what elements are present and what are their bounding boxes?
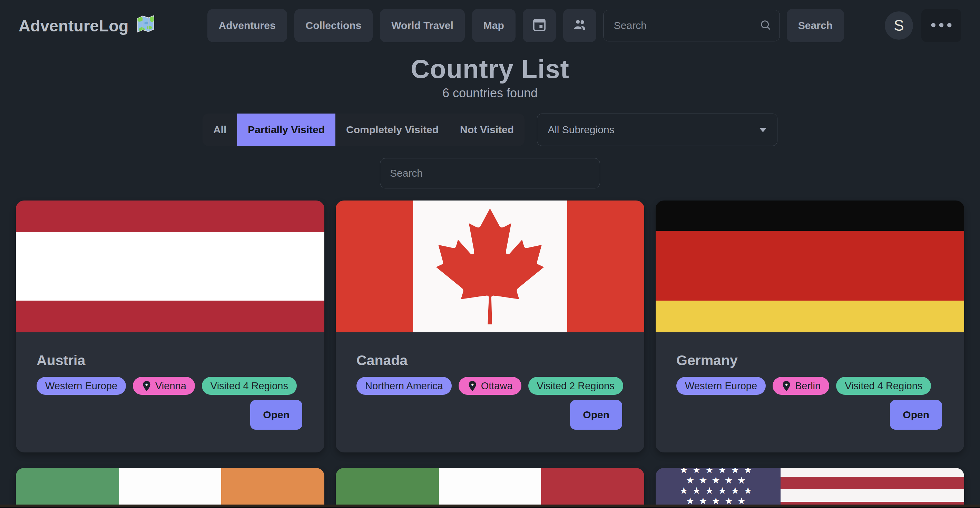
star-row: ★★★★★★	[655, 468, 781, 475]
map-pin-icon: ★	[467, 380, 477, 392]
country-card-italy	[336, 468, 644, 508]
flag-stripe	[119, 468, 221, 508]
country-grid: Austria Western Europe ★ Vienna Visited …	[0, 201, 980, 508]
flag-stripe	[655, 201, 964, 231]
austria-flag	[16, 201, 325, 332]
germany-stripes	[655, 201, 964, 332]
ireland-stripes	[16, 468, 325, 508]
subregion-select[interactable]: All Subregions	[537, 113, 778, 146]
country-card-germany: Germany Western Europe ★ Berlin Visited …	[655, 201, 964, 452]
card-actions: Open	[37, 400, 304, 430]
star-row: ★★★★★★	[655, 486, 781, 496]
nav-world-travel-label: World Travel	[391, 20, 453, 32]
flag-stripe	[16, 301, 325, 332]
page-title: Country List	[0, 54, 980, 84]
usa-canton: ★★★★★★★★★★★★★★★★★★★★★★★★★★★★★★★★★	[655, 468, 781, 508]
open-button[interactable]: Open	[250, 400, 302, 430]
visited-badge: Visited 4 Regions	[202, 377, 297, 395]
tab-partially-visited-label: Partially Visited	[248, 124, 325, 135]
maple-leaf-icon	[436, 209, 544, 325]
flag-stripe	[16, 468, 119, 508]
svg-text:★: ★	[145, 382, 148, 387]
flag-stripe	[336, 468, 439, 508]
country-card-canada: Canada Northern America ★ Ottawa Visited…	[336, 201, 644, 452]
nav-collections-button[interactable]: Collections	[294, 9, 373, 42]
flag-stripe	[781, 468, 964, 477]
nav-world-travel-button[interactable]: World Travel	[380, 9, 465, 42]
germany-flag	[655, 201, 964, 332]
open-button-label: Open	[263, 409, 290, 421]
map-pin-icon: ★	[781, 380, 792, 392]
usa-stripes	[781, 468, 964, 508]
flag-stripe	[781, 489, 964, 502]
flag-stripe	[16, 232, 325, 301]
canada-flag	[336, 201, 644, 332]
card-actions: Open	[676, 400, 943, 430]
tab-completely-visited[interactable]: Completely Visited	[336, 113, 449, 146]
adventurelog-app: AdventureLog Adventures C	[0, 0, 980, 508]
brand-title: AdventureLog	[19, 16, 129, 35]
tab-completely-visited-label: Completely Visited	[346, 124, 439, 135]
brand[interactable]: AdventureLog	[19, 14, 156, 38]
region-badge: Western Europe	[676, 377, 766, 395]
open-button[interactable]: Open	[890, 400, 942, 430]
tab-partially-visited[interactable]: Partially Visited	[237, 113, 336, 146]
visited-badge: Visited 4 Regions	[836, 377, 931, 395]
italy-flag	[336, 468, 644, 508]
users-icon	[572, 17, 588, 35]
subregion-selected-value: All Subregions	[547, 124, 614, 135]
more-menu-button[interactable]	[921, 9, 961, 42]
open-button[interactable]: Open	[570, 400, 622, 430]
star-row: ★★★★★	[655, 475, 781, 486]
nav-map-label: Map	[484, 20, 504, 32]
italy-stripes	[336, 468, 644, 508]
calendar-button[interactable]	[523, 9, 556, 42]
capital-name: Ottawa	[481, 380, 513, 392]
austria-stripes	[16, 201, 325, 332]
tab-all[interactable]: All	[202, 113, 237, 146]
map-pin-icon: ★	[142, 380, 152, 392]
svg-text:★: ★	[785, 382, 788, 387]
country-name: Austria	[37, 352, 304, 369]
flag-stripe	[541, 468, 644, 508]
tab-not-visited[interactable]: Not Visited	[449, 113, 525, 146]
navbar: AdventureLog Adventures C	[0, 0, 980, 51]
nav-search-input[interactable]	[603, 10, 780, 41]
nav-search-button[interactable]: Search	[787, 9, 844, 42]
nav-adventures-button[interactable]: Adventures	[207, 9, 287, 42]
magnifier-icon	[759, 19, 772, 33]
usa-flag: ★★★★★★★★★★★★★★★★★★★★★★★★★★★★★★★★★	[655, 468, 964, 508]
tab-all-label: All	[213, 124, 226, 135]
country-name: Germany	[676, 352, 943, 369]
capital-name: Vienna	[155, 380, 186, 392]
avatar-letter: S	[894, 17, 904, 34]
nav-map-button[interactable]: Map	[472, 9, 515, 42]
badges: Western Europe ★ Vienna Visited 4 Region…	[37, 377, 304, 395]
open-button-label: Open	[583, 409, 609, 421]
nav-links: Adventures Collections World Travel Map	[207, 9, 596, 42]
country-card-usa: ★★★★★★★★★★★★★★★★★★★★★★★★★★★★★★★★★	[655, 468, 964, 508]
flag-stripe	[336, 201, 413, 332]
filter-search-row	[0, 158, 980, 188]
visited-badge: Visited 2 Regions	[528, 377, 623, 395]
country-search-input[interactable]	[380, 158, 600, 188]
tab-not-visited-label: Not Visited	[460, 124, 514, 135]
flag-stripe	[655, 301, 964, 332]
nav-adventures-label: Adventures	[219, 20, 276, 32]
flag-stripe	[16, 201, 325, 232]
capital-badge: ★ Vienna	[133, 377, 195, 395]
caret-down-icon	[759, 128, 767, 132]
filter-row: All Partially Visited Completely Visited…	[0, 113, 980, 146]
badges: Northern America ★ Ottawa Visited 2 Regi…	[356, 377, 624, 395]
region-badge: Western Europe	[37, 377, 126, 395]
open-button-label: Open	[903, 409, 929, 421]
map-icon	[135, 14, 156, 38]
flag-stripe	[781, 477, 964, 489]
badges: Western Europe ★ Berlin Visited 4 Region…	[676, 377, 943, 395]
avatar[interactable]: S	[885, 11, 913, 40]
results-count: 6 countries found	[0, 86, 980, 100]
capital-badge: ★ Ottawa	[458, 377, 522, 395]
users-button[interactable]	[563, 9, 596, 42]
region-badge: Northern America	[356, 377, 452, 395]
nav-search	[603, 10, 780, 41]
